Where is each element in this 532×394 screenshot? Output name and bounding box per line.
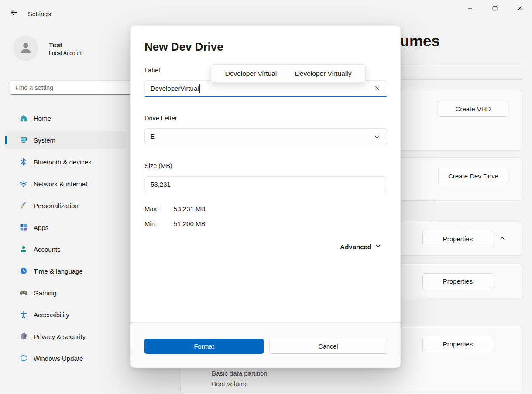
sidebar-item-label: System <box>34 137 55 144</box>
max-label: Max: <box>144 205 174 212</box>
update-arrows-icon <box>19 354 27 363</box>
system-icon <box>19 136 27 144</box>
maximize-button[interactable] <box>482 0 507 17</box>
close-button[interactable] <box>507 0 532 17</box>
sidebar-item-personalization[interactable]: Personalization <box>5 197 126 214</box>
suggestion-item[interactable]: Developer Virtually <box>291 68 356 80</box>
sidebar-item-label: Personalization <box>34 202 79 209</box>
sidebar-item-label: Gaming <box>34 289 57 297</box>
advanced-expander[interactable]: Advanced <box>340 243 381 250</box>
minimize-icon <box>467 6 473 12</box>
drive-letter-label: Drive Letter <box>144 115 177 122</box>
collapse-expander-button[interactable] <box>497 233 508 244</box>
sidebar-item-home[interactable]: Home <box>5 110 126 127</box>
sidebar-item-time-language[interactable]: Time & language <box>5 262 126 280</box>
min-value: 51,200 MB <box>174 220 206 227</box>
drive-letter-select[interactable]: E <box>144 128 387 144</box>
settings-window: Settings Test Local Account <box>0 0 532 394</box>
min-label: Min: <box>144 220 174 227</box>
accounts-person-icon <box>19 245 27 254</box>
window-controls <box>457 0 532 17</box>
avatar <box>13 36 38 61</box>
shield-icon <box>19 332 27 341</box>
chevron-up-icon <box>499 235 505 243</box>
clock-icon <box>19 267 27 275</box>
chevron-down-icon <box>374 134 380 141</box>
dialog-title: New Dev Drive <box>144 40 223 54</box>
properties-button[interactable]: Properties <box>422 273 493 289</box>
person-icon <box>19 41 33 56</box>
sidebar-item-label: Bluetooth & devices <box>34 158 92 166</box>
size-input-value: 53,231 <box>151 181 171 188</box>
sidebar-item-gaming[interactable]: Gaming <box>5 284 126 301</box>
cancel-button[interactable]: Cancel <box>269 339 387 354</box>
size-input[interactable]: 53,231 <box>144 176 387 192</box>
min-size-row: Min: 51,200 MB <box>144 220 206 227</box>
maximize-icon <box>492 6 498 12</box>
size-field-label: Size (MB) <box>144 162 172 169</box>
sidebar-item-label: Windows Update <box>34 355 83 362</box>
sidebar-item-label: Accessibility <box>34 311 69 319</box>
arrow-left-icon <box>10 9 17 17</box>
window-title: Settings <box>28 10 51 17</box>
create-dev-drive-button[interactable]: Create Dev Drive <box>438 168 508 184</box>
sidebar-item-apps[interactable]: Apps <box>5 219 126 236</box>
account-header: Test Local Account <box>13 36 83 61</box>
label-field-label: Label <box>144 67 160 74</box>
search-input[interactable] <box>10 80 137 95</box>
drive-letter-value: E <box>151 133 155 140</box>
sidebar-item-accounts[interactable]: Accounts <box>5 240 126 258</box>
text-suggestion-flyout: Developer Virtual Developer Virtually <box>211 64 366 83</box>
chevron-down-icon <box>375 243 381 250</box>
bluetooth-icon <box>19 158 27 166</box>
accessibility-person-icon <box>19 311 27 319</box>
partition-type-text: Basic data partition <box>212 370 268 377</box>
sidebar-item-network-internet[interactable]: Network & internet <box>5 175 126 192</box>
apps-grid-icon <box>19 223 27 232</box>
home-icon <box>19 114 27 123</box>
clear-x-icon <box>375 86 380 92</box>
close-icon <box>517 6 522 12</box>
properties-button[interactable]: Properties <box>422 336 493 352</box>
account-type: Local Account <box>49 50 83 56</box>
account-name: Test <box>49 41 83 49</box>
sidebar-item-label: Privacy & security <box>34 333 86 340</box>
titlebar: Settings <box>0 0 532 23</box>
format-button[interactable]: Format <box>144 339 264 354</box>
minimize-button[interactable] <box>457 0 482 17</box>
advanced-label: Advanced <box>340 243 371 250</box>
properties-button[interactable]: Properties <box>422 231 493 247</box>
suggestion-item[interactable]: Developer Virtual <box>221 68 281 80</box>
sidebar-item-system[interactable]: System <box>5 131 126 149</box>
create-vhd-button[interactable]: Create VHD <box>438 101 508 117</box>
text-caret <box>199 84 200 93</box>
sidebar-nav: Home System Bluetooth & devices Network … <box>5 110 126 367</box>
game-controller-icon <box>19 289 27 297</box>
brush-icon <box>19 202 27 210</box>
sidebar-item-label: Home <box>34 115 51 122</box>
max-value: 53,231 MB <box>174 205 206 212</box>
sidebar-item-bluetooth-devices[interactable]: Bluetooth & devices <box>5 153 126 171</box>
new-dev-drive-dialog: New Dev Drive Label Developer Virtual De… <box>130 25 401 368</box>
sidebar-item-privacy-security[interactable]: Privacy & security <box>5 328 126 345</box>
clear-text-button[interactable] <box>372 83 382 94</box>
sidebar-item-label: Accounts <box>34 246 61 253</box>
sidebar: Test Local Account Home System Bluetooth… <box>0 21 131 394</box>
sidebar-item-label: Time & language <box>34 267 83 275</box>
max-size-row: Max: 53,231 MB <box>144 205 206 212</box>
wifi-icon <box>19 180 27 188</box>
dialog-footer: Format Cancel <box>131 322 400 367</box>
sidebar-item-windows-update[interactable]: Windows Update <box>5 349 126 367</box>
partition-role-text: Boot volume <box>212 380 248 387</box>
sidebar-item-label: Apps <box>34 224 48 231</box>
back-button[interactable] <box>6 6 21 20</box>
sidebar-item-label: Network & internet <box>34 180 87 188</box>
label-input-value: DeveloperVirtual <box>151 85 199 92</box>
sidebar-item-accessibility[interactable]: Accessibility <box>5 306 126 323</box>
